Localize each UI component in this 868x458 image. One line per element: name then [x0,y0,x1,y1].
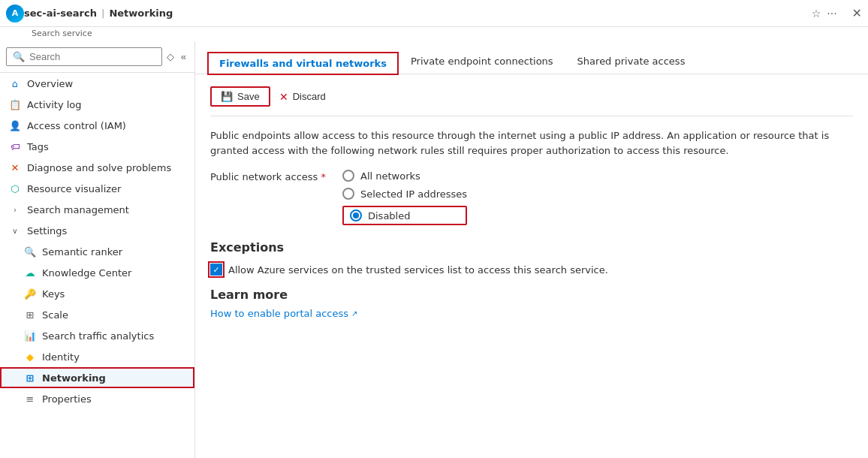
discard-icon: ✕ [279,91,288,103]
chevron-down-icon: ∨ [9,224,21,237]
title-separator: | [101,8,104,19]
person-icon: 👤 [9,119,21,131]
close-icon[interactable]: ✕ [852,6,862,20]
learn-more-title: Learn more [210,288,853,302]
description-text: Public endpoints allow access to this re… [210,128,853,158]
radio-circle-all [342,170,354,182]
sidebar-item-properties[interactable]: ≡ Properties [0,388,194,409]
cloud-icon: ☁ [24,267,36,279]
public-network-label: Public network access * [210,170,330,182]
layout: 🔍 ◇ « ⌂ Overview 📋 Activity log 👤 Access… [0,41,868,458]
chevron-right-icon: › [9,203,21,215]
sidebar-item-activity-log[interactable]: 📋 Activity log [0,94,194,115]
key-icon: 🔑 [24,288,36,300]
sidebar-item-diagnose[interactable]: ✕ Diagnose and solve problems [0,157,194,178]
public-network-access-field: Public network access * All networks Sel… [210,170,853,225]
scale-icon: ⊞ [24,309,36,321]
sidebar-item-overview[interactable]: ⌂ Overview [0,73,194,94]
title-bar-controls: ☆ ··· ✕ [812,6,862,20]
radio-circle-selected [342,188,354,200]
main-content: Firewalls and virtual networks Private e… [195,41,868,458]
radio-selected-ip[interactable]: Selected IP addresses [342,188,467,200]
network-icon: ⊞ [24,372,36,384]
sidebar-item-search-management[interactable]: › Search management [0,199,194,220]
identity-icon: ◆ [24,351,36,363]
sidebar-item-resource-visualizer[interactable]: ⬡ Resource visualizer [0,178,194,199]
tab-firewalls[interactable]: Firewalls and virtual networks [207,52,399,75]
exceptions-title: Exceptions [210,240,853,255]
tag-icon: 🏷 [9,140,21,152]
checkmark-icon: ✓ [212,265,219,275]
search-input[interactable] [29,51,155,62]
required-marker: * [321,171,326,182]
sidebar-item-keys[interactable]: 🔑 Keys [0,283,194,304]
save-icon: 💾 [221,91,233,102]
sidebar: 🔍 ◇ « ⌂ Overview 📋 Activity log 👤 Access… [0,41,195,458]
learn-more-link[interactable]: How to enable portal access ↗ [210,308,357,319]
diagram-icon: ⬡ [9,182,21,194]
sidebar-item-identity[interactable]: ◆ Identity [0,346,194,367]
exceptions-checkbox-row: ✓ Allow Azure services on the trusted se… [210,264,853,276]
exceptions-checkbox[interactable]: ✓ [210,264,222,276]
sidebar-item-networking[interactable]: ⊞ Networking [0,367,194,388]
discard-button[interactable]: ✕ Discard [273,88,332,106]
tab-shared-access[interactable]: Shared private access [565,50,698,74]
sidebar-item-access-control[interactable]: 👤 Access control (IAM) [0,115,194,136]
radio-disabled[interactable]: Disabled [342,206,467,225]
more-options-icon[interactable]: ··· [827,8,836,20]
resource-type: Networking [109,8,173,19]
service-icon: A [6,5,24,23]
analytics-icon: 📊 [24,330,36,342]
sidebar-item-tags[interactable]: 🏷 Tags [0,136,194,157]
service-subtitle: Search service [0,27,868,41]
sidebar-item-scale[interactable]: ⊞ Scale [0,304,194,325]
radio-group-network-access: All networks Selected IP addresses Disab… [342,170,467,225]
tab-private-endpoints[interactable]: Private endpoint connections [399,50,565,74]
search-small-icon: 🔍 [24,246,36,258]
radio-all-networks[interactable]: All networks [342,170,467,182]
wrench-icon: ✕ [9,161,21,173]
exceptions-checkbox-label: Allow Azure services on the trusted serv… [228,264,608,276]
service-name: sec-ai-search [24,8,97,19]
toolbar: 💾 Save ✕ Discard [210,86,853,116]
sidebar-item-knowledge-center[interactable]: ☁ Knowledge Center [0,262,194,283]
title-bar: A sec-ai-search | Networking ☆ ··· ✕ [0,0,868,27]
sidebar-item-semantic-ranker[interactable]: 🔍 Semantic ranker [0,241,194,262]
sidebar-collapse-icon[interactable]: « [179,48,189,66]
sidebar-item-search-traffic[interactable]: 📊 Search traffic analytics [0,325,194,346]
save-button[interactable]: 💾 Save [210,86,270,107]
tabs-row: Firewalls and virtual networks Private e… [195,41,868,74]
sidebar-pin-icon[interactable]: ◇ [165,48,176,66]
properties-icon: ≡ [24,393,36,405]
external-link-icon: ↗ [351,309,357,318]
content-area: 💾 Save ✕ Discard Public endpoints allow … [195,74,868,458]
search-box[interactable]: 🔍 [6,47,162,66]
home-icon: ⌂ [9,77,21,89]
radio-circle-disabled [350,209,362,221]
log-icon: 📋 [9,98,21,110]
favorite-icon[interactable]: ☆ [812,8,821,20]
sidebar-item-settings[interactable]: ∨ Settings [0,220,194,241]
sidebar-search-row: 🔍 ◇ « [0,41,194,73]
search-icon: 🔍 [13,51,25,62]
